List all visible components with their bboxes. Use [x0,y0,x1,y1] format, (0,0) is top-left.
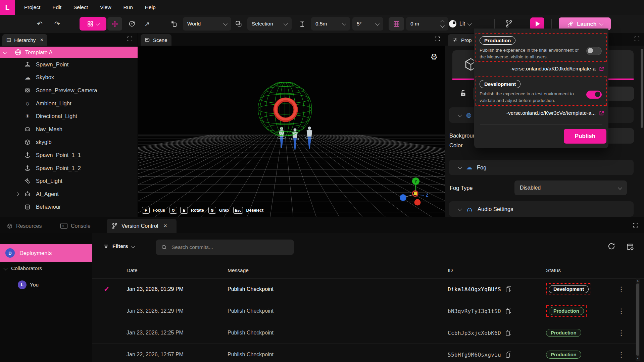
3d-viewport[interactable]: ⚙ [138,46,445,217]
menu-edit[interactable]: Edit [46,4,67,10]
row-menu-kebab-icon[interactable]: ⋮ [618,329,625,337]
world-space-dropdown[interactable]: World [183,17,231,31]
publish-button[interactable]: Publish [564,129,606,144]
copy-id-icon[interactable] [506,352,511,358]
move-tool-button[interactable] [107,17,122,31]
menu-select[interactable]: Select [67,4,94,10]
keycap-e: E [180,207,188,214]
tab-hierarchy[interactable]: ▤ Hierarchy × [2,34,47,46]
hierarchy-item-spot-light[interactable]: Spot_Light [0,174,138,188]
scroll-up-icon[interactable]: ▲ [636,279,640,282]
hierarchy-item-spawn-point[interactable]: Spawn_Point [0,58,138,71]
hierarchy-item-skyglb[interactable]: skyglb [0,136,138,149]
row-menu-kebab-icon[interactable]: ⋮ [618,351,625,359]
scale-tool-button[interactable]: ↗ [144,21,150,27]
row-menu-kebab-icon[interactable]: ⋮ [618,285,625,293]
hierarchy-item-spawn-point-1-2[interactable]: Spawn_Point_1_2 [0,162,138,175]
commit-row[interactable]: Jan 23, 2026, 12:29 PM Publish Checkpoin… [92,300,636,322]
production-toggle[interactable] [586,47,602,55]
hierarchy-item-nav-mesh[interactable]: Nav_Mesh [0,123,138,136]
expand-panel-icon[interactable] [127,36,133,42]
grid-snap-toggle[interactable] [389,17,404,31]
search-commits-box[interactable] [156,240,294,255]
tab-version-control[interactable]: Version Control × [107,219,177,233]
external-link-icon[interactable] [599,110,604,116]
hierarchy-item-label: Directional_Light [36,113,77,119]
app-logo[interactable]: L [0,0,15,15]
menu-project[interactable]: Project [18,4,46,10]
scroll-down-icon[interactable]: ▼ [636,357,640,360]
copy-id-icon[interactable] [506,286,511,292]
chevron-down-icon [223,21,228,25]
stepper-arrows[interactable] [441,20,444,28]
tab-scene[interactable]: Scene [141,34,171,46]
copy-id-icon[interactable] [506,308,511,314]
production-badge: Production [480,36,515,45]
hierarchy-item-ai-agent[interactable]: AI_Agent [0,188,138,201]
selection-mode-dropdown[interactable]: Selection [247,17,292,31]
commit-row[interactable]: Jan 22, 2026, 12:57 PM Publish Checkpoin… [92,344,636,362]
elevation-tool-button[interactable] [299,20,306,28]
audio-section-header[interactable]: Audio Settings [449,201,634,217]
commit-settings-button[interactable] [626,243,634,251]
layout-tool-button[interactable] [80,17,106,31]
wireframe-sphere [258,82,312,136]
divider [480,124,602,124]
hierarchy-item-behaviour[interactable]: Behaviour [0,201,138,214]
tab-resources[interactable]: Resources [2,219,46,233]
move-snap-value: 0.5m [315,21,327,27]
hierarchy-item-spawn-point-1-1[interactable]: Spawn_Point_1_1 [0,149,138,162]
redo-icon[interactable]: ↷ [54,20,60,27]
menu-run[interactable]: Run [117,4,139,10]
copy-id-icon[interactable] [506,330,511,336]
fog-section-header[interactable]: ☁ Fog [449,160,634,175]
menu-view[interactable]: View [94,4,117,10]
status-badge-wrapper: Production [546,305,587,317]
overlap-mode-button[interactable] [235,20,242,28]
properties-scrollbar[interactable] [641,48,643,215]
hierarchy-item-directional-light[interactable]: ☀ Directional_Light [0,110,138,123]
hierarchy-item-skybox[interactable]: ☁ Skybox [0,71,138,84]
tab-properties[interactable]: Prop [448,34,476,46]
scrollbar-thumb[interactable] [636,283,639,356]
fog-type-dropdown[interactable]: Disabled [514,180,627,195]
sidebar-item-collaborators[interactable]: Collaborators [4,265,42,271]
hierarchy-item-ambient-light[interactable]: ☼ Ambient_Light [0,97,138,110]
rotate-tool-button[interactable] [128,20,136,28]
filters-button[interactable]: Filters [103,243,135,249]
sidebar-item-deployments[interactable]: D Deployments [0,244,92,262]
move-snap-dropdown[interactable]: 0.5m [311,17,350,31]
elevation-stepper[interactable]: 0 m [406,17,448,31]
rotate-snap-dropdown[interactable]: 5° [352,17,383,31]
fog-section-label: Fog [477,164,486,171]
chevron-right-icon[interactable] [15,192,19,196]
commit-message: Publish Checkpoint [228,330,274,336]
expand-panel-icon[interactable] [633,222,639,228]
expand-panel-icon[interactable] [634,36,640,42]
expand-panel-icon[interactable] [434,36,440,42]
sidebar-item-you[interactable]: L You [18,280,39,289]
shading-mode-dropdown[interactable]: Lit [449,20,471,28]
duplicate-button[interactable] [170,20,178,28]
hierarchy-item-scene-preview-camera[interactable]: Scene_Preview_Camera [0,84,138,97]
chevron-down-icon [458,206,462,211]
version-control-button[interactable] [505,20,513,28]
hierarchy-root-template-a[interactable]: Template A [0,47,138,58]
search-commits-input[interactable] [171,244,283,251]
menu-help[interactable]: Help [139,4,162,10]
development-toggle[interactable] [586,91,602,99]
close-icon[interactable]: × [163,222,167,229]
commits-scrollbar[interactable]: ▲ ▼ [636,278,640,361]
viewport-settings-gear-icon[interactable]: ⚙ [430,52,438,62]
lock-icon[interactable] [459,89,467,97]
undo-icon[interactable]: ↶ [37,20,43,27]
close-icon[interactable]: × [40,37,43,43]
commit-row[interactable]: ✓ Jan 23, 2026, 01:29 PM Publish Checkpo… [92,278,636,300]
tab-console[interactable]: >_ Console [56,219,95,233]
refresh-button[interactable] [607,242,616,251]
external-link-icon[interactable] [599,66,604,72]
scene-panel: Scene ⚙ [138,33,445,217]
commit-row[interactable]: Jan 23, 2026, 12:25 PM Publish Checkpoin… [92,322,636,344]
play-icon [536,21,540,27]
row-menu-kebab-icon[interactable]: ⋮ [618,307,625,315]
